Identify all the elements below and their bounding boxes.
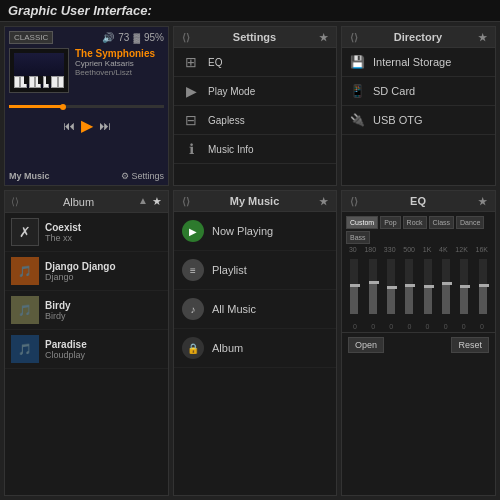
top-row: CLASSIC 🔊 73 ▓ 95% xyxy=(4,26,496,186)
settings-header: ⟨⟩ Settings ★ xyxy=(174,27,336,48)
eq-panel: ⟨⟩ EQ ★ Custom Pop Rock Class Dance Bass… xyxy=(341,190,496,496)
settings-expand-icon[interactable]: ⟨⟩ xyxy=(182,32,190,43)
play-button[interactable]: ▶ xyxy=(81,116,93,135)
gapless-icon: ⊟ xyxy=(182,112,200,128)
album-artist-birdy: Birdy xyxy=(45,311,71,321)
classic-badge: CLASSIC xyxy=(9,31,53,44)
eq-handle-4k xyxy=(442,282,452,285)
eq-preset-pop[interactable]: Pop xyxy=(380,216,400,229)
battery-icon: ▓ xyxy=(133,33,140,43)
settings-label-eq: EQ xyxy=(208,57,222,68)
dir-star-icon[interactable]: ★ xyxy=(478,32,487,43)
album-up-icon[interactable]: ▲ xyxy=(138,195,148,208)
eq-handle-330 xyxy=(387,286,397,289)
dir-header-icons: ★ xyxy=(478,32,487,43)
eq-bar-1k[interactable] xyxy=(424,259,432,319)
eq-expand-icon[interactable]: ⟨⟩ xyxy=(350,196,358,207)
main-container: CLASSIC 🔊 73 ▓ 95% xyxy=(0,22,500,500)
eq-header: ⟨⟩ EQ ★ xyxy=(342,191,495,212)
eq-star-icon[interactable]: ★ xyxy=(478,196,487,207)
eq-fill-330 xyxy=(387,289,395,314)
album-item-birdy[interactable]: 🎵 Birdy Birdy xyxy=(5,291,168,330)
album-panel-icons: ▲ ★ xyxy=(138,195,162,208)
album-star-icon[interactable]: ★ xyxy=(152,195,162,208)
progress-bar[interactable] xyxy=(9,105,164,108)
allmusic-icon: ♪ xyxy=(182,298,204,320)
eq-freq-labels: 30 180 330 500 1K 4K 12K 16K xyxy=(342,246,495,253)
eq-handle-500 xyxy=(405,284,415,287)
eq-reset-button[interactable]: Reset xyxy=(451,337,489,353)
eq-bar-500[interactable] xyxy=(405,259,413,319)
progress-thumb xyxy=(60,104,66,110)
eq-handle-30 xyxy=(350,284,360,287)
bottom-row: ⟨⟩ Album ▲ ★ ✗ Coexist The xx 🎵 Django D… xyxy=(4,190,496,496)
eq-bar-30[interactable] xyxy=(350,259,358,319)
directory-title: Directory xyxy=(394,31,442,43)
my-music-link[interactable]: My Music xyxy=(9,171,50,181)
settings-star-icon[interactable]: ★ xyxy=(319,32,328,43)
album-info-paradise: Paradise Cloudplay xyxy=(45,339,87,360)
usbotg-label: USB OTG xyxy=(373,114,423,126)
my-music-header: ⟨⟩ My Music ★ xyxy=(174,191,336,212)
eq-bar-16k[interactable] xyxy=(479,259,487,319)
album-thumb-coexist: ✗ xyxy=(11,218,39,246)
header-bar: Graphic User Interface: xyxy=(0,0,500,22)
eq-header-icons: ★ xyxy=(478,196,487,207)
volume-icon: 🔊 xyxy=(102,32,114,43)
dir-expand-icon[interactable]: ⟨⟩ xyxy=(350,32,358,43)
eq-bar-330[interactable] xyxy=(387,259,395,319)
album-thumb-birdy: 🎵 xyxy=(11,296,39,324)
album-panel-title: Album xyxy=(63,196,94,208)
album-name-birdy: Birdy xyxy=(45,300,71,311)
album-art xyxy=(9,48,69,93)
my-music-panel: ⟨⟩ My Music ★ ▶ Now Playing ≡ Playlist ♪… xyxy=(173,190,337,496)
album-name-paradise: Paradise xyxy=(45,339,87,350)
eq-icon: ⊞ xyxy=(182,54,200,70)
internal-storage-label: Internal Storage xyxy=(373,56,451,68)
eq-bar-180[interactable] xyxy=(369,259,377,319)
eq-preset-custom[interactable]: Custom xyxy=(346,216,378,229)
dir-item-sdcard[interactable]: 📱 SD Card xyxy=(342,77,495,106)
settings-item-eq[interactable]: ⊞ EQ xyxy=(174,48,336,77)
settings-item-gapless[interactable]: ⊟ Gapless xyxy=(174,106,336,135)
eq-bar-12k[interactable] xyxy=(460,259,468,319)
dir-item-internal[interactable]: 💾 Internal Storage xyxy=(342,48,495,77)
eq-fill-4k xyxy=(442,285,450,314)
eq-presets: Custom Pop Rock Class Dance Bass xyxy=(342,212,495,246)
battery-value: 95% xyxy=(144,32,164,43)
track-composer: Cyprien Katsaris xyxy=(75,59,155,68)
prev-button[interactable]: ⏮ xyxy=(63,119,75,133)
eq-open-button[interactable]: Open xyxy=(348,337,384,353)
playlist-label: Playlist xyxy=(212,264,247,276)
album-item-django[interactable]: 🎵 Django Django Django xyxy=(5,252,168,291)
music-item-playlist[interactable]: ≡ Playlist xyxy=(174,251,336,290)
eq-zero-labels: 0 0 0 0 0 0 0 0 xyxy=(342,323,495,332)
player-panel: CLASSIC 🔊 73 ▓ 95% xyxy=(4,26,169,186)
album-name-coexist: Coexist xyxy=(45,222,81,233)
album-item-coexist[interactable]: ✗ Coexist The xx xyxy=(5,213,168,252)
eq-preset-bass[interactable]: Bass xyxy=(346,231,370,244)
sdcard-icon: 📱 xyxy=(350,84,365,98)
nowplaying-label: Now Playing xyxy=(212,225,273,237)
album-expand-icon[interactable]: ⟨⟩ xyxy=(11,196,19,207)
eq-bar-4k[interactable] xyxy=(442,259,450,319)
header-title: Graphic User Interface: xyxy=(8,3,152,18)
settings-item-musicinfo[interactable]: ℹ Music Info xyxy=(174,135,336,164)
settings-item-playmode[interactable]: ▶ Play Mode xyxy=(174,77,336,106)
mymusic-expand-icon[interactable]: ⟨⟩ xyxy=(182,196,190,207)
eq-preset-rock[interactable]: Rock xyxy=(403,216,427,229)
mymusic-star-icon[interactable]: ★ xyxy=(319,196,328,207)
eq-preset-dance[interactable]: Dance xyxy=(456,216,484,229)
settings-link[interactable]: ⚙ Settings xyxy=(121,171,164,181)
album-name-django: Django Django xyxy=(45,261,116,272)
volume-value: 73 xyxy=(118,32,129,43)
eq-preset-class[interactable]: Class xyxy=(429,216,455,229)
album-item-paradise[interactable]: 🎵 Paradise Cloudplay xyxy=(5,330,168,369)
next-button[interactable]: ⏭ xyxy=(99,119,111,133)
music-item-nowplaying[interactable]: ▶ Now Playing xyxy=(174,212,336,251)
eq-handle-12k xyxy=(460,285,470,288)
music-item-allmusic[interactable]: ♪ All Music xyxy=(174,290,336,329)
music-item-album[interactable]: 🔒 Album xyxy=(174,329,336,368)
dir-item-usbotg[interactable]: 🔌 USB OTG xyxy=(342,106,495,135)
album-artist-coexist: The xx xyxy=(45,233,81,243)
